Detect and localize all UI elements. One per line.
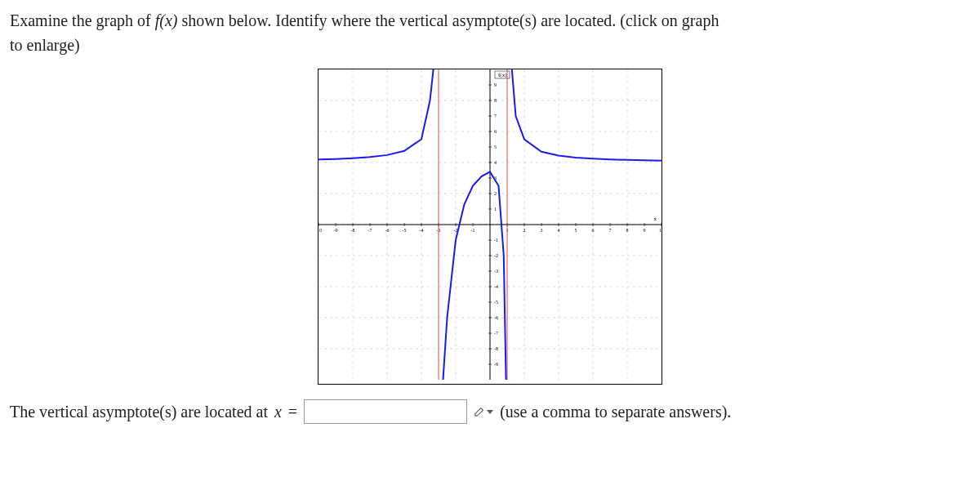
- svg-text:9: 9: [494, 82, 497, 87]
- pencil-icon: [474, 406, 485, 417]
- svg-text:-2: -2: [494, 253, 498, 258]
- svg-text:-6: -6: [385, 228, 390, 233]
- answer-variable: x: [274, 403, 282, 421]
- svg-text:5: 5: [494, 145, 497, 149]
- question-line2: to enlarge): [10, 36, 80, 54]
- svg-text:2: 2: [494, 191, 497, 196]
- svg-text:5: 5: [575, 228, 577, 233]
- question-line1-prefix: Examine the graph of: [10, 11, 155, 29]
- question-line1-suffix: shown below. Identify where the vertical…: [177, 11, 719, 29]
- svg-text:-4: -4: [420, 228, 424, 233]
- svg-text:-7: -7: [368, 228, 372, 233]
- svg-text:6: 6: [494, 129, 497, 134]
- svg-text:8: 8: [494, 98, 497, 103]
- svg-text:-1: -1: [471, 228, 475, 233]
- svg-text:-8: -8: [351, 228, 355, 233]
- answer-hint: (use a comma to separate answers).: [500, 403, 731, 421]
- svg-text:4: 4: [494, 160, 497, 165]
- svg-text:f(x): f(x): [498, 72, 507, 78]
- input-mode-button[interactable]: [474, 406, 493, 417]
- svg-text:7: 7: [609, 228, 612, 233]
- graph[interactable]: -10-9-8-7-6-5-4-3-2-112345678910-9-8-7-6…: [318, 69, 662, 385]
- svg-text:-10: -10: [318, 228, 322, 233]
- question-fx: f(x): [155, 11, 178, 29]
- svg-text:-9: -9: [494, 362, 498, 367]
- svg-text:x: x: [654, 216, 657, 222]
- answer-prompt-prefix: The vertical asymptote(s) are located at: [10, 403, 268, 421]
- chart-svg: -10-9-8-7-6-5-4-3-2-112345678910-9-8-7-6…: [318, 69, 662, 380]
- svg-text:8: 8: [626, 228, 629, 233]
- svg-text:-5: -5: [403, 228, 407, 233]
- svg-text:-6: -6: [494, 315, 498, 320]
- svg-text:1: 1: [494, 207, 497, 212]
- svg-text:-7: -7: [494, 331, 498, 336]
- svg-text:7: 7: [494, 114, 497, 118]
- svg-text:-5: -5: [494, 300, 498, 305]
- graph-container: -10-9-8-7-6-5-4-3-2-112345678910-9-8-7-6…: [10, 69, 970, 385]
- svg-text:-3: -3: [494, 269, 498, 274]
- svg-text:2: 2: [523, 228, 526, 233]
- svg-text:4: 4: [558, 228, 560, 233]
- answer-input[interactable]: [304, 399, 467, 424]
- svg-text:-9: -9: [334, 228, 338, 233]
- answer-row: The vertical asymptote(s) are located at…: [10, 399, 970, 424]
- answer-equals: =: [288, 403, 297, 421]
- svg-text:-1: -1: [494, 238, 498, 243]
- svg-text:10: 10: [659, 228, 662, 233]
- svg-text:6: 6: [592, 228, 595, 233]
- svg-text:-8: -8: [494, 346, 498, 351]
- svg-text:3: 3: [541, 228, 543, 233]
- chevron-down-icon: [487, 410, 493, 414]
- question-text: Examine the graph of f(x) shown below. I…: [10, 8, 970, 57]
- svg-text:9: 9: [644, 228, 646, 233]
- svg-text:-4: -4: [494, 284, 498, 289]
